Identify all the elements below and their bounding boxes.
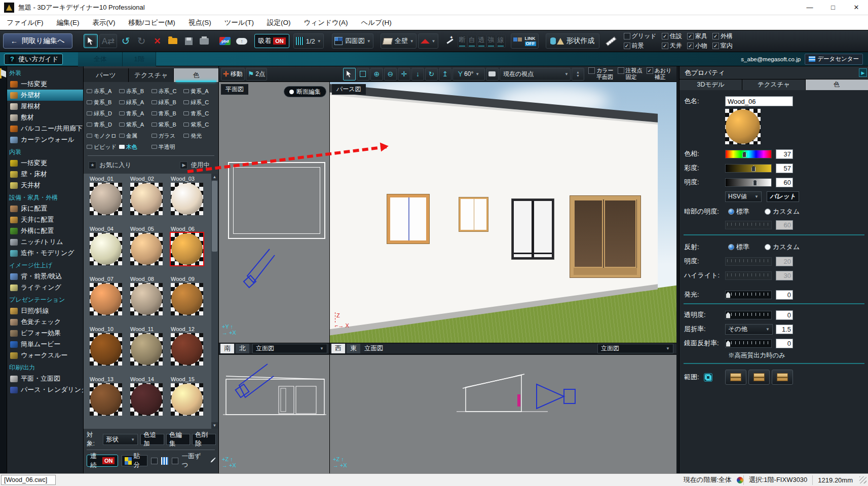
display-checkbox-住設[interactable]: ✓住設 bbox=[662, 32, 682, 40]
category-赤系_C[interactable]: 赤系_C bbox=[152, 86, 184, 97]
favorites-label[interactable]: お気に入り bbox=[99, 161, 131, 170]
button-色編集[interactable]: 色編集 bbox=[166, 434, 190, 445]
refraction-dropdown[interactable]: その他 ▼ bbox=[725, 324, 773, 335]
snap-toggle-button[interactable]: 吸着 ON bbox=[254, 34, 289, 48]
grid-scale-dropdown[interactable]: 1/2 ▼ bbox=[293, 33, 324, 49]
swatch-tile[interactable] bbox=[130, 383, 163, 416]
sidebar-item-一括変更[interactable]: 一括変更 bbox=[7, 157, 83, 169]
display-checkbox-グリッド[interactable]: グリッド bbox=[624, 32, 657, 40]
cloud-upload-button[interactable]: ↑ bbox=[234, 34, 249, 48]
shape-create-button[interactable]: 形状作成 bbox=[546, 33, 599, 49]
tab-south[interactable]: 南 bbox=[220, 344, 234, 353]
swatch-Wood_10[interactable]: Wood_10 bbox=[90, 325, 130, 375]
menu-item-4[interactable]: 視点(S) bbox=[182, 18, 218, 27]
elevation-type-dropdown-right[interactable]: 立面図 ▼ bbox=[597, 344, 673, 353]
one-face-checkbox[interactable] bbox=[172, 458, 178, 464]
tab-first-floor[interactable]: 1階 bbox=[123, 52, 156, 66]
color-plan-checkbox[interactable]: カラー平面図 bbox=[588, 67, 614, 80]
dark-custom-radio[interactable]: カスタム bbox=[765, 207, 800, 216]
menu-item-2[interactable]: 表示(V) bbox=[86, 18, 122, 27]
grid-paint-checkbox[interactable] bbox=[151, 458, 158, 464]
gaze-lock-checkbox[interactable]: 注視点固定 bbox=[618, 67, 643, 80]
undo-button[interactable]: ↺ bbox=[119, 34, 133, 48]
sidebar-item-外構に配置[interactable]: 外構に配置 bbox=[7, 225, 83, 236]
data-center-button[interactable]: データセンター bbox=[805, 54, 863, 65]
sidebar-item-色覚チェック[interactable]: 色覚チェック bbox=[7, 316, 83, 328]
continuous-toggle-button[interactable]: 連続 ON bbox=[87, 455, 118, 467]
back-to-floorplan-button[interactable]: ← 間取り編集へ bbox=[3, 33, 72, 49]
menu-item-3[interactable]: 移動/コピー(M) bbox=[122, 18, 182, 27]
snapshot-button[interactable] bbox=[486, 68, 499, 80]
move-tool-button[interactable]: ✛ 移動 bbox=[221, 68, 245, 80]
swatch-Wood_14[interactable]: Wood_14 bbox=[130, 375, 171, 425]
wand-tool-button[interactable] bbox=[442, 34, 457, 48]
tab-west[interactable]: 西 bbox=[331, 344, 345, 353]
saturation-value[interactable]: 57 bbox=[776, 164, 793, 173]
sidebar-item-外壁材[interactable]: 外壁材 bbox=[7, 90, 83, 101]
plan-camera-icon[interactable] bbox=[238, 248, 284, 296]
reflect-custom-radio[interactable]: カスタム bbox=[765, 242, 800, 252]
minimize-button[interactable]: — bbox=[798, 0, 821, 15]
reflect-standard-radio[interactable]: 標準 bbox=[728, 242, 749, 252]
category-黄系_B[interactable]: 黄系_B bbox=[87, 97, 119, 108]
zoom-fit-button[interactable] bbox=[357, 68, 369, 80]
category-木色[interactable]: 木色 bbox=[119, 141, 152, 152]
tilt-correction-checkbox[interactable]: ✓ あおり補正 bbox=[647, 67, 672, 80]
view-angle-dropdown[interactable]: Y 60° ▼ bbox=[452, 68, 485, 80]
category-赤系_B[interactable]: 赤系_B bbox=[119, 86, 152, 97]
property-tab-3Dモデル[interactable]: 3Dモデル bbox=[680, 79, 742, 90]
glow-slider[interactable] bbox=[725, 291, 772, 299]
hue-value[interactable]: 37 bbox=[776, 149, 793, 159]
material-tab-テクスチャ[interactable]: テクスチャ bbox=[129, 68, 174, 82]
menu-item-8[interactable]: ヘルプ(H) bbox=[355, 18, 398, 27]
swatch-Wood_15[interactable]: Wood_15 bbox=[171, 375, 211, 425]
display-checkbox-家具[interactable]: ✓家具 bbox=[687, 32, 707, 40]
sidebar-item-屋根材[interactable]: 屋根材 bbox=[7, 101, 83, 112]
sidebar-item-床に配置[interactable]: 床に配置 bbox=[7, 203, 83, 214]
save-button[interactable] bbox=[181, 34, 196, 48]
swatch-Wood_05[interactable]: Wood_05 bbox=[130, 225, 171, 275]
swatch-tile[interactable] bbox=[130, 283, 163, 315]
dark-standard-radio[interactable]: 標準 bbox=[728, 207, 749, 216]
sidebar-item-天井に配置[interactable]: 天井に配置 bbox=[7, 214, 83, 225]
category-ガラス[interactable]: ガラス bbox=[152, 130, 184, 141]
target-dropdown[interactable]: 形状 ▼ bbox=[103, 434, 138, 445]
line-style-button-自[interactable]: 自 bbox=[467, 34, 477, 48]
scroll-up-icon[interactable]: ▲ bbox=[211, 174, 218, 180]
sliding-door-black[interactable] bbox=[512, 199, 554, 259]
category-ビビッド[interactable]: ビビッド bbox=[87, 141, 119, 152]
sidebar-item-簡単ムービー[interactable]: 簡単ムービー bbox=[7, 339, 83, 350]
swatch-tile[interactable] bbox=[90, 283, 122, 315]
display-checkbox-室内[interactable]: ✓室内 bbox=[712, 42, 733, 50]
swatch-tile[interactable] bbox=[130, 233, 163, 265]
property-tab-色[interactable]: 色 bbox=[806, 79, 868, 90]
swatch-Wood_07[interactable]: Wood_07 bbox=[90, 275, 130, 325]
sidebar-collapse-strip[interactable] bbox=[0, 66, 7, 473]
sidebar-item-敷材[interactable]: 敷材 bbox=[7, 112, 83, 123]
hsv-mode-dropdown[interactable]: HSV値 ▼ bbox=[725, 191, 762, 202]
category-モノクロ[interactable]: モノクロ bbox=[87, 130, 119, 141]
swatch-Wood_11[interactable]: Wood_11 bbox=[130, 325, 171, 375]
swatch-tile[interactable] bbox=[171, 383, 203, 416]
sidebar-item-平面・立面図[interactable]: 平面・立面図 bbox=[7, 373, 83, 384]
menu-item-5[interactable]: ツール(T) bbox=[218, 18, 260, 27]
sidebar-item-天井材[interactable]: 天井材 bbox=[7, 180, 83, 191]
sidebar-item-ビフォー効果[interactable]: ビフォー効果 bbox=[7, 328, 83, 339]
paste-split-button[interactable]: 貼分 bbox=[122, 455, 147, 466]
zoom-in-button[interactable]: ⊕ bbox=[370, 68, 383, 80]
range-link-icon[interactable] bbox=[704, 373, 712, 382]
category-青系_B[interactable]: 青系_B bbox=[152, 108, 184, 119]
delete-button[interactable]: ✕ bbox=[150, 34, 164, 48]
swatch-tile[interactable] bbox=[90, 183, 122, 215]
menu-item-1[interactable]: 編集(E) bbox=[50, 18, 86, 27]
category-青系_C[interactable]: 青系_C bbox=[183, 108, 216, 119]
swatch-Wood_04[interactable]: Wood_04 bbox=[90, 225, 130, 275]
range-scope-button-1[interactable] bbox=[725, 370, 746, 385]
category-金属[interactable]: 金属 bbox=[119, 130, 152, 141]
panel-collapse-icon[interactable]: ▶ bbox=[859, 68, 867, 77]
palette-button[interactable]: パレット bbox=[767, 191, 799, 202]
range-scope-button-3[interactable] bbox=[772, 370, 793, 385]
current-view-dropdown[interactable]: 現在の視点 ▼ bbox=[500, 68, 571, 80]
glow-value[interactable]: 0 bbox=[776, 290, 793, 300]
sidebar-item-日照/斜線[interactable]: 日照/斜線 bbox=[7, 305, 83, 316]
